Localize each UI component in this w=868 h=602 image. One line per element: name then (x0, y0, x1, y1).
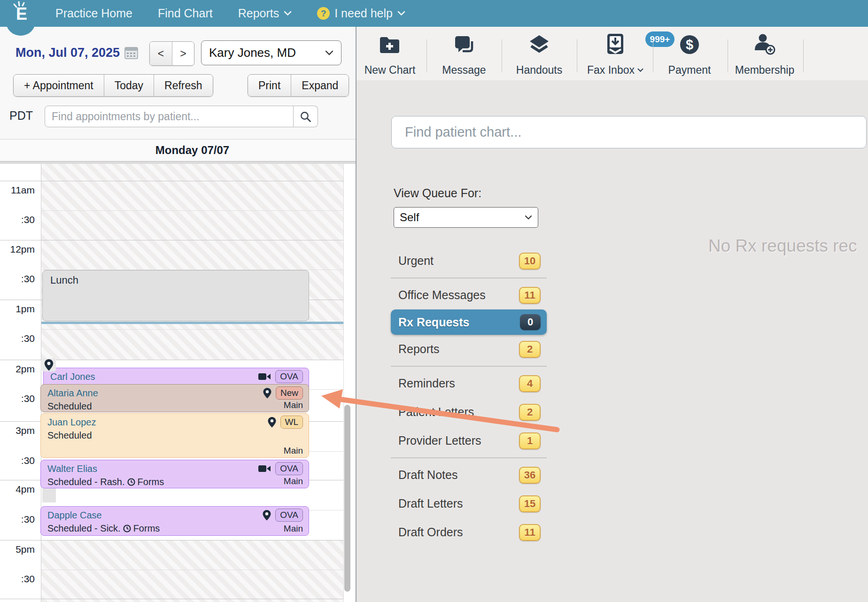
current-date[interactable]: Mon, Jul 07, 2025 (16, 46, 120, 60)
toolbar-payment-button[interactable]: $ Payment (654, 32, 725, 77)
patient-name[interactable]: Walter Elias (47, 463, 97, 474)
elation-logo[interactable]: E (6, 0, 36, 36)
toolbar-item-label: Message (442, 64, 486, 77)
time-label: :30 (0, 514, 35, 525)
chevron-down-icon (397, 11, 405, 16)
appointment-search-input[interactable] (45, 106, 294, 127)
handouts-icon (528, 34, 550, 55)
toolbar-membership-button[interactable]: Membership (729, 32, 800, 77)
toolbar-divider (803, 39, 804, 72)
toolbar-message-button[interactable]: Message (429, 32, 499, 77)
queue-item-office-messages[interactable]: Office Messages 11 (391, 281, 547, 309)
appointment-altaria-anne[interactable]: Altaria Anne New ScheduledMain (40, 384, 309, 412)
time-label: 1pm (0, 303, 35, 315)
nav-item-reports[interactable]: Reports (238, 7, 292, 20)
prev-day-button[interactable]: < (150, 42, 172, 65)
toolbar-divider (728, 39, 728, 72)
fax-inbox-icon (606, 33, 625, 55)
queue-count-badge: 2 (519, 341, 541, 358)
annotation-arrow (318, 384, 565, 438)
half-hour-line (41, 210, 343, 211)
provider-select[interactable]: Kary Jones, MD (201, 40, 341, 65)
queue-item-reports[interactable]: Reports 2 (391, 335, 547, 363)
appointment-dapple-case[interactable]: Dapple Case OVA Scheduled - Sick.FormsMa… (40, 506, 309, 536)
toolbar-fax-inbox-button[interactable]: 999+ Fax Inbox (580, 32, 651, 77)
expand-button[interactable]: Expand (291, 75, 349, 96)
queue-count-badge: 10 (519, 253, 541, 270)
appointment-status: Scheduled - Sick.Forms (47, 523, 303, 534)
time-label: :30 (0, 333, 35, 344)
view-queue-label: View Queue For: (394, 186, 481, 200)
queue-item-draft-notes[interactable]: Draft Notes 36 (391, 461, 547, 489)
chevron-down-icon (284, 11, 292, 16)
refresh-button[interactable]: Refresh (154, 75, 213, 96)
appointment-walter-elias[interactable]: Walter Elias OVA Scheduled - Rash.FormsM… (40, 460, 309, 488)
time-label: 5pm (0, 544, 35, 555)
quick-actions-toolbar: New Chart Message Handouts999+ Fax Inbox… (356, 27, 868, 80)
time-label: :30 (0, 214, 35, 225)
time-label: :30 (0, 573, 35, 585)
queue-scope-select[interactable]: Self (394, 207, 538, 228)
queue-item-label: Draft Orders (398, 525, 463, 539)
nav-item-label: Practice Home (55, 7, 132, 20)
chevron-down-icon (325, 50, 333, 55)
toolbar-divider (502, 39, 502, 72)
toolbar-handouts-button[interactable]: Handouts (504, 32, 574, 77)
appointment-juan-lopez[interactable]: Juan Lopez WL ScheduledMain (40, 413, 309, 458)
message-icon-wrap (454, 32, 474, 55)
appointment-type-badge: WL (280, 416, 303, 429)
new-chart-icon-wrap (379, 32, 401, 55)
queue-item-draft-orders[interactable]: Draft Orders 11 (391, 518, 547, 547)
calendar-day-header: Monday 07/07 (0, 139, 356, 162)
queue-item-draft-letters[interactable]: Draft Letters 15 (391, 489, 547, 518)
time-label: 12pm (0, 244, 35, 255)
provider-select-value: Kary Jones, MD (209, 46, 296, 60)
print-expand-actions: Print Expand (248, 74, 349, 97)
appointment-search-button[interactable] (294, 106, 318, 127)
patient-name[interactable]: Altaria Anne (47, 388, 98, 399)
lunch-block[interactable]: Lunch (42, 270, 309, 321)
nav-item-label: I need help (334, 7, 393, 20)
time-label: 2pm (0, 363, 35, 375)
nav-item-label: Find Chart (158, 7, 213, 20)
patient-name[interactable]: Dapple Case (47, 510, 102, 521)
patient-name[interactable]: Juan Lopez (47, 417, 96, 428)
queue-item-urgent[interactable]: Urgent 10 (391, 247, 547, 275)
nav-item-find-chart[interactable]: Find Chart (158, 7, 213, 20)
toolbar-new-chart-button[interactable]: New Chart (356, 32, 425, 77)
nav-item-practice-home[interactable]: Practice Home (55, 7, 132, 20)
clock-forms-icon (123, 525, 131, 533)
off-hours-stripe (41, 164, 343, 360)
queue-item-label: Rx Requests (398, 316, 469, 329)
half-hour-line (41, 329, 343, 330)
practice-home-panel: New Chart Message Handouts999+ Fax Inbox… (356, 27, 868, 602)
location-pin-chip[interactable] (42, 358, 56, 371)
print-button[interactable]: Print (248, 75, 291, 96)
appointment-type-badge: OVA (275, 462, 303, 475)
appointment-type-badge: OVA (275, 509, 303, 522)
calendar-picker-icon[interactable] (124, 46, 138, 61)
handouts-icon-wrap (528, 32, 550, 55)
date-nav: < > (149, 41, 194, 66)
today-button[interactable]: Today (104, 75, 154, 96)
time-label: 3pm (0, 425, 35, 436)
appointment-location: Main (284, 400, 303, 410)
next-day-button[interactable]: > (172, 42, 194, 65)
patient-name[interactable]: Carl Jones (50, 371, 95, 382)
toolbar-item-label: New Chart (364, 64, 416, 77)
patient-chart-search-input[interactable] (391, 116, 867, 148)
queue-count-badge: 36 (519, 467, 541, 484)
nav-item-help[interactable]: ?I need help (317, 7, 405, 20)
panel-divider (356, 27, 356, 602)
queue-item-rx-requests[interactable]: Rx Requests 0 (391, 309, 547, 335)
location-pin-icon (268, 417, 276, 428)
chevron-down-icon (525, 215, 532, 220)
chevron-down-icon (637, 68, 643, 72)
calendar-grid[interactable]: 11am:3012pm:301pm:302pm:303pm:304pm:305p… (0, 164, 356, 602)
nav-item-label: Reports (238, 7, 279, 20)
queue-group-divider (391, 366, 547, 367)
hour-line (0, 540, 343, 540)
add-appointment-button[interactable]: + Appointment (14, 75, 104, 96)
queue-group-divider (391, 278, 547, 278)
toolbar-item-label: Payment (668, 64, 711, 77)
